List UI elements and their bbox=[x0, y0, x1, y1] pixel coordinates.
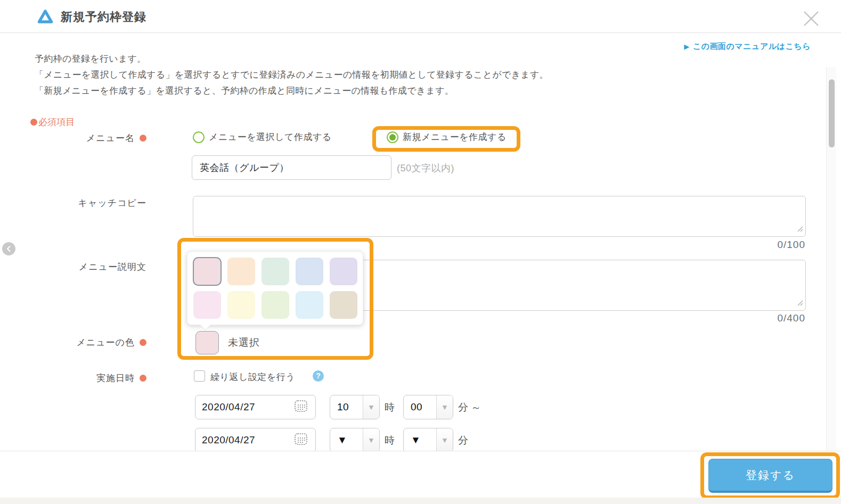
close-icon[interactable] bbox=[799, 7, 823, 30]
color-swatch[interactable] bbox=[330, 291, 357, 319]
page-title: 新規予約枠登録 bbox=[61, 9, 146, 25]
end-hour-select[interactable]: ▼ ▼ bbox=[330, 428, 380, 451]
required-dot-icon bbox=[140, 135, 146, 142]
catch-copy-counter: 0/100 bbox=[699, 239, 805, 251]
chevron-down-icon[interactable]: ▼ bbox=[363, 395, 379, 419]
required-dot-icon bbox=[140, 339, 146, 346]
hour-unit-label: 時 bbox=[385, 434, 395, 448]
help-icon[interactable]: ? bbox=[313, 370, 324, 382]
manual-link-label: この画面のマニュアルはこちら bbox=[693, 42, 811, 51]
catch-copy-textarea[interactable] bbox=[193, 196, 806, 237]
modal-header: 新規予約枠登録 bbox=[0, 0, 841, 33]
start-hour-select[interactable]: 10 ▼ bbox=[330, 395, 380, 419]
app-logo-icon bbox=[36, 8, 55, 28]
color-swatch[interactable] bbox=[227, 291, 255, 319]
start-date-input[interactable]: 2020/04/27 bbox=[195, 395, 316, 419]
color-swatch[interactable] bbox=[262, 291, 289, 319]
radio-create-new-menu[interactable]: 新規メニューを作成する bbox=[387, 131, 507, 143]
chevron-down-icon[interactable]: ▼ bbox=[436, 395, 453, 419]
color-palette-grid bbox=[193, 258, 363, 319]
radio-label: メニューを選択して作成する bbox=[209, 131, 332, 143]
manual-link[interactable]: ▶この画面のマニュアルはこちら bbox=[684, 42, 811, 52]
color-swatch[interactable] bbox=[193, 258, 221, 285]
field-label-description: メニュー説明文 bbox=[0, 261, 146, 273]
repeat-checkbox-label: 繰り返し設定を行う bbox=[210, 371, 295, 383]
submit-button[interactable]: 登録する bbox=[708, 459, 832, 493]
radio-checked-icon[interactable] bbox=[387, 131, 398, 143]
selected-color-label: 未選択 bbox=[228, 336, 260, 350]
scrollbar-thumb[interactable] bbox=[829, 79, 835, 147]
repeat-checkbox[interactable] bbox=[194, 370, 205, 382]
selected-color-swatch[interactable] bbox=[195, 331, 219, 354]
field-label-datetime: 実施日時 bbox=[0, 372, 146, 384]
color-swatch[interactable] bbox=[193, 291, 221, 319]
field-label-catch-copy: キャッチコピー bbox=[0, 197, 146, 209]
menu-name-hint: (50文字以内) bbox=[397, 162, 454, 175]
end-minute-placeholder: ▼ bbox=[404, 434, 436, 446]
description-counter: 0/400 bbox=[699, 312, 805, 324]
resize-grip-icon[interactable] bbox=[796, 225, 804, 235]
radio-unchecked-icon[interactable] bbox=[193, 131, 205, 143]
color-palette-popup bbox=[187, 251, 363, 325]
start-minute-value: 00 bbox=[404, 401, 436, 413]
chevron-down-icon[interactable]: ▼ bbox=[436, 428, 453, 451]
start-minute-select[interactable]: 00 ▼ bbox=[403, 395, 453, 419]
scrollbar-track[interactable] bbox=[826, 67, 836, 451]
chevron-left-icon bbox=[5, 245, 12, 252]
color-swatch[interactable] bbox=[296, 291, 323, 319]
radio-label: 新規メニューを作成する bbox=[403, 131, 507, 143]
modal-footer: 登録する bbox=[0, 451, 841, 498]
end-date-value: 2020/04/27 bbox=[202, 434, 293, 446]
end-minute-select[interactable]: ▼ ▼ bbox=[403, 428, 453, 451]
intro-line-3: 「新規メニューを作成する」を選択すると、予約枠の作成と同時にメニューの情報も作成… bbox=[35, 83, 549, 99]
calendar-icon[interactable] bbox=[293, 398, 309, 416]
menu-name-input[interactable] bbox=[192, 155, 391, 180]
start-hour-value: 10 bbox=[330, 401, 363, 413]
minute-unit-label: 分 ～ bbox=[458, 401, 481, 415]
start-date-value: 2020/04/27 bbox=[202, 401, 293, 413]
page-background-strip bbox=[0, 498, 841, 504]
color-swatch[interactable] bbox=[227, 258, 255, 285]
collapse-panel-button[interactable] bbox=[2, 242, 15, 255]
calendar-icon[interactable] bbox=[293, 431, 309, 449]
required-dot-icon bbox=[140, 375, 146, 382]
resize-grip-icon[interactable] bbox=[796, 299, 804, 309]
field-label-menu-name: メニュー名 bbox=[0, 132, 146, 144]
minute-unit-label: 分 bbox=[458, 434, 468, 448]
popup-caret bbox=[200, 319, 211, 331]
hour-unit-label: 時 bbox=[385, 401, 395, 415]
color-swatch[interactable] bbox=[296, 258, 323, 285]
color-swatch[interactable] bbox=[330, 258, 357, 285]
intro-line-2: 「メニューを選択して作成する」を選択するとすでに登録済みのメニューの情報を初期値… bbox=[35, 67, 549, 83]
intro-line-1: 予約枠の登録を行います。 bbox=[35, 51, 549, 67]
required-items-note: 必須項目 bbox=[30, 116, 75, 128]
end-hour-placeholder: ▼ bbox=[330, 434, 363, 446]
triangle-icon: ▶ bbox=[684, 43, 690, 51]
chevron-down-icon[interactable]: ▼ bbox=[363, 428, 379, 451]
field-label-menu-color: メニューの色 bbox=[0, 336, 146, 349]
required-dot-icon bbox=[30, 119, 37, 126]
radio-select-existing-menu[interactable]: メニューを選択して作成する bbox=[193, 131, 332, 143]
intro-text: 予約枠の登録を行います。 「メニューを選択して作成する」を選択するとすでに登録済… bbox=[35, 51, 549, 99]
color-swatch[interactable] bbox=[262, 258, 289, 285]
end-date-input[interactable]: 2020/04/27 bbox=[195, 428, 316, 451]
modal-body: ▶この画面のマニュアルはこちら 予約枠の登録を行います。 「メニューを選択して作… bbox=[0, 34, 841, 451]
